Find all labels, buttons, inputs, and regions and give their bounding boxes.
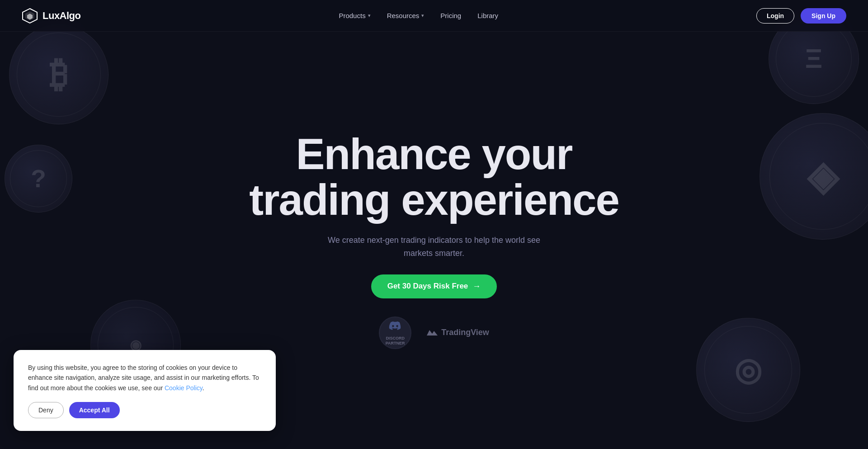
coin-inner: ₿ bbox=[17, 33, 100, 116]
nav-item-library[interactable]: Library bbox=[477, 12, 498, 19]
unknown-coin: ? bbox=[5, 145, 72, 213]
cta-button[interactable]: Get 30 Days Risk Free → bbox=[371, 274, 497, 298]
tradingview-logo: TradingView bbox=[426, 326, 489, 339]
cookie-policy-link[interactable]: Cookie Policy bbox=[165, 384, 203, 392]
hero-content: Enhance your trading experience We creat… bbox=[249, 132, 619, 349]
logo[interactable]: LuxAlgo bbox=[22, 8, 81, 24]
discord-line1: DISCORD bbox=[386, 336, 405, 341]
logo-icon bbox=[22, 8, 38, 24]
bottom-right-coin: ◎ bbox=[696, 318, 800, 422]
discord-partner-badge: DISCORD PARTNER bbox=[379, 317, 411, 349]
bitcoin-coin: ₿ bbox=[9, 25, 108, 124]
cookie-text: By using this website, you agree to the … bbox=[28, 363, 261, 393]
large-right-coin: ◈ bbox=[760, 113, 868, 240]
hero-subtitle: We create next-gen trading indicators to… bbox=[326, 234, 542, 260]
arrow-icon: → bbox=[472, 282, 481, 291]
chevron-down-icon: ▾ bbox=[368, 13, 371, 19]
navbar: LuxAlgo Products ▾ Resources ▾ Pricing L… bbox=[0, 0, 868, 32]
tradingview-icon bbox=[426, 326, 439, 339]
tradingview-label: TradingView bbox=[441, 328, 489, 337]
accept-all-button[interactable]: Accept All bbox=[69, 402, 120, 418]
nav-actions: Login Sign Up bbox=[756, 8, 846, 24]
nav-item-pricing[interactable]: Pricing bbox=[440, 12, 461, 19]
nav-item-resources[interactable]: Resources ▾ bbox=[387, 12, 425, 19]
coin-inner: ◈ bbox=[769, 123, 868, 230]
coin-inner: ? bbox=[10, 150, 67, 207]
discord-icon bbox=[389, 320, 401, 335]
cookie-banner: By using this website, you agree to the … bbox=[14, 350, 276, 431]
logo-text: LuxAlgo bbox=[42, 10, 81, 22]
nav-item-products[interactable]: Products ▾ bbox=[339, 12, 370, 19]
cta-label: Get 30 Days Risk Free bbox=[387, 282, 468, 291]
chevron-down-icon: ▾ bbox=[421, 13, 424, 19]
partner-logos: DISCORD PARTNER TradingView bbox=[379, 317, 489, 349]
signup-button[interactable]: Sign Up bbox=[801, 8, 846, 24]
discord-svg bbox=[389, 320, 401, 332]
nav-links: Products ▾ Resources ▾ Pricing Library bbox=[339, 12, 498, 19]
login-button[interactable]: Login bbox=[756, 8, 794, 24]
coin-inner: ◎ bbox=[704, 326, 792, 414]
discord-line2: PARTNER bbox=[386, 341, 405, 346]
coin-inner: Ξ bbox=[776, 21, 852, 97]
cookie-actions: Deny Accept All bbox=[28, 402, 261, 418]
hero-title: Enhance your trading experience bbox=[249, 132, 619, 223]
deny-button[interactable]: Deny bbox=[28, 402, 64, 418]
